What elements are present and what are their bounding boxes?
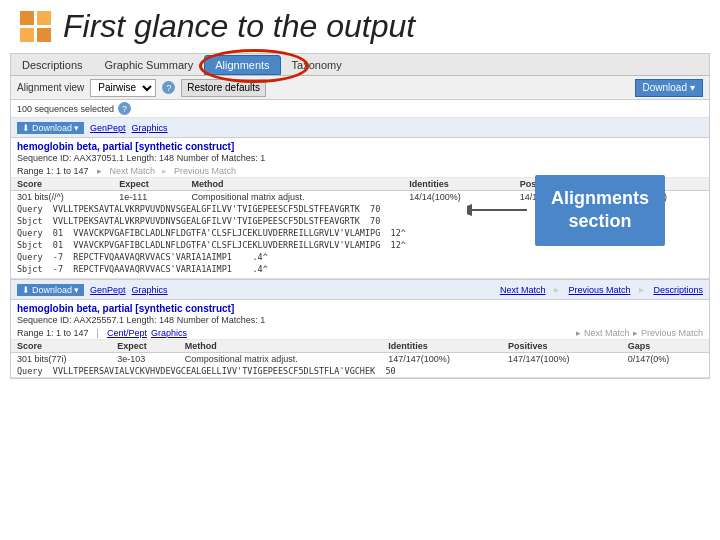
s2-score-header: Score: [11, 340, 111, 353]
section2-range-prev: ▸ Previous Match: [633, 328, 703, 338]
section1-score-table: Score Expect Method Identities Positives…: [11, 178, 709, 203]
seq-help-icon[interactable]: ?: [118, 102, 131, 115]
method-col-header: Method: [186, 178, 404, 191]
section1-download-label: Download: [32, 123, 72, 133]
download-icon-2: ⬇: [22, 285, 30, 295]
section1-align-row-3: Query 01 VVAVCKPVGAFIBCLADLNFLDGTFA'CLSF…: [11, 227, 709, 239]
sep3: |: [97, 328, 99, 338]
section1-download-chevron: ▾: [74, 123, 79, 133]
section2-range-graphics-link[interactable]: Graphics: [151, 328, 187, 338]
s2-method-header: Method: [179, 340, 383, 353]
s2-score-val: 301 bits(77i): [11, 353, 111, 366]
alignment-view-label: Alignment view: [17, 82, 84, 93]
section2-graphics-link[interactable]: Graphics: [132, 285, 168, 295]
expect-col-header: Expect: [113, 178, 185, 191]
section1-download-btn[interactable]: ⬇ Download ▾: [17, 122, 84, 134]
section1-align-row-2: Sbjct VVLLTPEKSAVTALVKRPVUVDNVSGEALGFILV…: [11, 215, 709, 227]
section1-header-row: ⬇ Download ▾ GenPept Graphics: [11, 118, 709, 138]
alignment-section-1: ⬇ Download ▾ GenPept Graphics hemoglobin…: [11, 118, 709, 279]
seq-info-row: 100 sequences selected ?: [11, 100, 709, 118]
positives-col-header: Positives: [514, 178, 625, 191]
section1-next-match: Next Match: [110, 166, 156, 176]
section1-genpept-link[interactable]: GenPept: [90, 123, 126, 133]
section2-range-next: ▸ Next Match: [576, 328, 629, 338]
toolbar-row: Alignment view Pairwise ? Restore defaul…: [11, 76, 709, 100]
tab-oval-wrapper: Alignments: [204, 55, 280, 75]
section1-range-row: Range 1: 1 to 147 ▸ Next Match ▸ Previou…: [11, 165, 709, 178]
s2-positives-header: Positives: [502, 340, 622, 353]
download-button[interactable]: Download ▾: [635, 79, 703, 97]
section2-score-row: 301 bits(77i) 3e-103 Compositional matri…: [11, 353, 709, 366]
tab-graphic-summary[interactable]: Graphic Summary: [94, 54, 205, 75]
tab-descriptions[interactable]: Descriptions: [11, 54, 94, 75]
section1-subtitle: Sequence ID: AAX37051.1 Length: 148 Numb…: [11, 153, 709, 165]
gaps-val: 0/14(0%): [624, 191, 709, 204]
sep2: ▸: [639, 284, 644, 295]
section2-download-btn[interactable]: ⬇ Download ▾: [17, 284, 84, 296]
section2-genpept-link[interactable]: GenPept: [90, 285, 126, 295]
section1-align-row-4: Sbjct 01 VVAVCKPVGAFIBCLADLNFLDGTFA'CLSF…: [11, 239, 709, 251]
s2-identities-val: 147/147(100%): [382, 353, 502, 366]
slide-header: First glance to the output: [0, 0, 720, 49]
s2-expect-val: 3e-103: [111, 353, 179, 366]
positives-val: 14/14(100%): [514, 191, 625, 204]
section1-title: hemoglobin beta, partial [synthetic cons…: [11, 138, 709, 153]
slide-container: First glance to the output Descriptions …: [0, 0, 720, 540]
section2-desc-link[interactable]: Descriptions: [653, 285, 703, 295]
section2-score-table: Score Expect Method Identities Positives…: [11, 340, 709, 365]
s2-method-val: Compositional matrix adjust.: [179, 353, 383, 366]
seq-count: 100 sequences selected: [17, 104, 114, 114]
download-chevron-icon: ▾: [690, 82, 695, 93]
section2-download-chevron: ▾: [74, 285, 79, 295]
s2-gaps-val: 0/147(0%): [622, 353, 709, 366]
s2-expect-header: Expect: [111, 340, 179, 353]
identities-val: 14/14(100%): [403, 191, 514, 204]
restore-defaults-button[interactable]: Restore defaults: [181, 79, 266, 97]
section2-title: hemoglobin beta, partial [synthetic cons…: [11, 300, 709, 315]
identities-col-header: Identities: [403, 178, 514, 191]
section1-score-row: 301 bits(//^) 1e-111 Compositional matri…: [11, 191, 709, 204]
sep1: ▸: [554, 284, 559, 295]
tab-taxonomy[interactable]: Taxonomy: [281, 54, 353, 75]
expect-val: 1e-111: [113, 191, 185, 204]
section1-graphics-link[interactable]: Graphics: [132, 123, 168, 133]
section2-next-link[interactable]: Next Match: [500, 285, 546, 295]
section1-align-row-1: Query VVLLTPEKSAVTALVKRPVUVDNVSGEALGFILV…: [11, 203, 709, 215]
section2-range-row: Range 1: 1 to 147 | Cent/Pept Graphics ▸…: [11, 327, 709, 340]
section2-prev-link[interactable]: Previous Match: [568, 285, 630, 295]
download-label: Download: [643, 82, 687, 93]
section2-subtitle-text: Sequence ID: AAX25557.1 Length: 148 Numb…: [17, 315, 265, 325]
tab-alignments[interactable]: Alignments: [204, 55, 280, 75]
s2-positives-val: 147/147(100%): [502, 353, 622, 366]
method-val: Compositional matrix adjust.: [186, 191, 404, 204]
section1-align-row-5: Query -7 REPCTFVQAAVAQRVVACS'VARIA1AIMP1…: [11, 251, 709, 263]
gaps-col-header: Gaps: [624, 178, 709, 191]
decorative-squares: [20, 11, 51, 42]
s2-gaps-header: Gaps: [622, 340, 709, 353]
alignment-section-2: ⬇ Download ▾ GenPept Graphics Next Match…: [11, 279, 709, 378]
slide-title: First glance to the output: [63, 8, 415, 45]
download-icon: ⬇: [22, 123, 30, 133]
section1-range-label: Range 1: 1 to 147: [17, 166, 89, 176]
main-content-box: Descriptions Graphic Summary Alignments …: [10, 53, 710, 379]
section2-download-label: Download: [32, 285, 72, 295]
alignment-help-icon[interactable]: ?: [162, 81, 175, 94]
section2-header-row: ⬇ Download ▾ GenPept Graphics Next Match…: [11, 280, 709, 300]
tab-bar: Descriptions Graphic Summary Alignments …: [11, 54, 709, 76]
section2-range-label: Range 1: 1 to 147: [17, 328, 89, 338]
score-val: 301 bits(//^): [11, 191, 113, 204]
section2-centpept-link[interactable]: Cent/Pept: [107, 328, 147, 338]
section2-subtitle: Sequence ID: AAX25557.1 Length: 148 Numb…: [11, 315, 709, 327]
section2-align-row-1: Query VVLLTPEERSAVIALVCKVHVDEVGCEALGELLI…: [11, 365, 709, 377]
section1-prev-match: Previous Match: [174, 166, 236, 176]
alignment-view-select[interactable]: Pairwise: [90, 79, 156, 97]
section1-subtitle-text: Sequence ID: AAX37051.1 Length: 148 Numb…: [17, 153, 265, 163]
score-col-header: Score: [11, 178, 113, 191]
s2-identities-header: Identities: [382, 340, 502, 353]
section1-align-row-6: Sbjct -7 REPCTFVQAAVAQRVVACS'VARIA1AIMP1…: [11, 263, 709, 278]
